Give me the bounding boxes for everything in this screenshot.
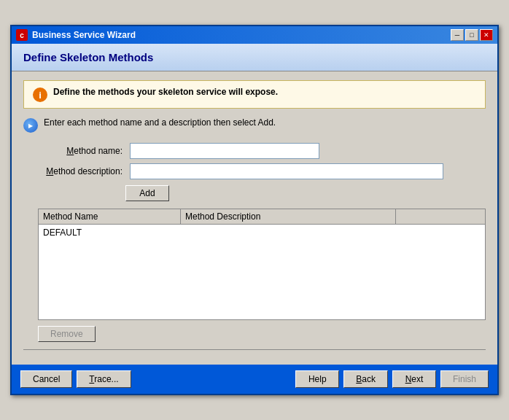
cancel-button[interactable]: Cancel [20, 370, 72, 388]
row-method-name: DEFAULT [39, 226, 181, 239]
dialog-body: i Define the methods your skeleton servi… [12, 71, 497, 365]
remove-button[interactable]: Remove [38, 326, 96, 342]
footer-right: Help Back Next Finish [295, 370, 489, 388]
window-title: Business Service Wizard [32, 30, 136, 40]
col-spacer [396, 209, 425, 224]
next-button[interactable]: Next [392, 370, 436, 388]
instruction-box: Enter each method name and a description… [23, 117, 486, 133]
method-description-input[interactable] [130, 163, 443, 179]
maximize-button[interactable]: □ [465, 29, 478, 41]
separator [23, 349, 486, 350]
method-description-label: Method description: [38, 166, 125, 176]
finish-button[interactable]: Finish [440, 370, 489, 388]
table-header: Method Name Method Description [39, 209, 485, 225]
close-button[interactable]: ✕ [480, 29, 493, 41]
main-window: c Business Service Wizard ─ □ ✕ Define S… [10, 25, 499, 395]
info-icon: i [33, 88, 47, 102]
method-name-label: Method name: [38, 146, 125, 156]
title-bar: c Business Service Wizard ─ □ ✕ [12, 26, 497, 44]
dialog-header: Define Skeleton Methods [12, 44, 497, 71]
add-button[interactable]: Add [125, 185, 169, 201]
col-method-description: Method Description [181, 209, 396, 224]
trace-button[interactable]: Trace... [77, 370, 131, 388]
footer: Cancel Trace... Help Back Next Finish [12, 365, 497, 394]
info-box: i Define the methods your skeleton servi… [23, 80, 486, 109]
methods-table: Method Name Method Description DEFAULT [38, 209, 486, 320]
add-btn-row: Add [125, 185, 486, 201]
table-body: DEFAULT [39, 225, 485, 319]
arrow-icon [23, 118, 38, 133]
dialog-title: Define Skeleton Methods [23, 51, 486, 63]
help-button[interactable]: Help [295, 370, 339, 388]
title-bar-controls: ─ □ ✕ [451, 29, 493, 41]
title-bar-left: c Business Service Wizard [16, 29, 136, 41]
minimize-button[interactable]: ─ [451, 29, 464, 41]
form-grid: Method name: Method description: [38, 143, 486, 179]
remove-btn-row: Remove [38, 326, 486, 342]
instruction-text: Enter each method name and a description… [44, 117, 276, 128]
method-name-input[interactable] [130, 143, 319, 159]
row-method-description [181, 226, 396, 239]
footer-left: Cancel Trace... [20, 370, 131, 388]
col-method-name: Method Name [39, 209, 181, 224]
back-button[interactable]: Back [343, 370, 388, 388]
info-text: Define the methods your skeleton service… [53, 87, 278, 97]
row-spacer [396, 226, 425, 239]
table-row[interactable]: DEFAULT [39, 225, 485, 241]
app-icon: c [16, 29, 28, 41]
